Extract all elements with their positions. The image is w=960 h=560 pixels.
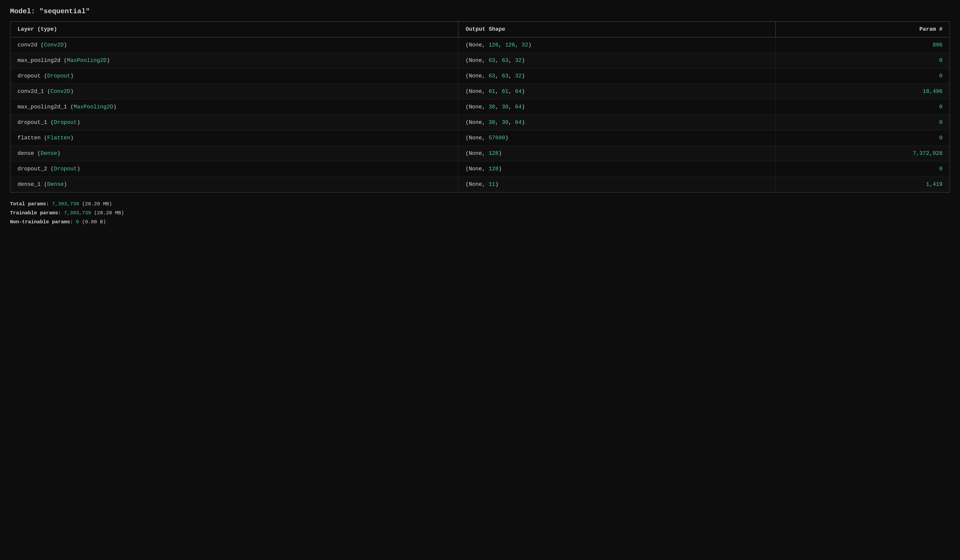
layer-type: MaxPooling2D [67, 57, 107, 64]
shape-none: None [469, 181, 482, 188]
shape-comma: , [482, 42, 488, 48]
layer-name: dropout_2 [18, 166, 47, 172]
shape-comma: , [495, 57, 502, 64]
shape-cell: (None, 63, 63, 32) [458, 69, 776, 84]
table-row: dropout_1 (Dropout)(None, 30, 30, 64)0 [10, 115, 950, 130]
shape-comma: , [509, 88, 515, 95]
shape-num: 30 [488, 104, 495, 110]
trainable-params-label: Trainable params: [10, 210, 64, 216]
shape-cell: (None, 61, 61, 64) [458, 84, 776, 99]
trainable-params-extra: (28.20 MB) [91, 210, 124, 216]
shape-num: 57600 [488, 135, 505, 141]
layer-paren-close: ) [113, 104, 117, 110]
shape-comma: , [482, 166, 488, 172]
param-value: 1,419 [926, 181, 942, 188]
layer-paren: ( [37, 150, 40, 156]
table-row: max_pooling2d_1 (MaxPooling2D)(None, 30,… [10, 99, 950, 115]
shape-none: None [469, 73, 482, 79]
column-header-output-shape: Output Shape [458, 21, 776, 37]
param-cell: 1,419 [776, 177, 950, 193]
layer-type: Dense [47, 181, 64, 188]
shape-cell: (None, 126, 126, 32) [458, 37, 776, 53]
non-trainable-params-label: Non-trainable params: [10, 219, 76, 225]
shape-cell: (None, 30, 30, 64) [458, 115, 776, 130]
shape-close-paren: ) [522, 57, 525, 64]
model-title: Model: "sequential" [10, 8, 950, 15]
shape-comma: , [515, 42, 522, 48]
param-cell: 0 [776, 130, 950, 146]
layer-type: Conv2D [44, 42, 64, 48]
shape-cell: (None, 57600) [458, 130, 776, 146]
layer-cell: conv2d_1 (Conv2D) [10, 84, 458, 99]
table-row: max_pooling2d (MaxPooling2D)(None, 63, 6… [10, 53, 950, 69]
shape-open-paren: ( [466, 166, 469, 172]
shape-close-paren: ) [495, 181, 499, 188]
shape-num: 30 [502, 104, 508, 110]
param-cell: 7,372,928 [776, 146, 950, 161]
layer-cell: max_pooling2d (MaxPooling2D) [10, 53, 458, 69]
total-params-extra: (28.20 MB) [79, 201, 112, 207]
shape-none: None [469, 104, 482, 110]
non-trainable-params-extra: (0.00 B) [79, 219, 106, 225]
layer-name: dropout_1 [18, 120, 47, 126]
shape-cell: (None, 30, 30, 64) [458, 99, 776, 115]
shape-cell: (None, 128) [458, 146, 776, 161]
layer-paren: ( [44, 73, 47, 79]
shape-open-paren: ( [466, 73, 469, 79]
shape-comma: , [509, 120, 515, 126]
non-trainable-params-line: Non-trainable params: 0 (0.00 B) [10, 217, 950, 227]
layer-paren: ( [64, 57, 67, 64]
layer-paren-close: ) [70, 73, 74, 79]
shape-num: 64 [515, 104, 522, 110]
shape-open-paren: ( [466, 120, 469, 126]
shape-comma: , [509, 57, 515, 64]
layer-paren: ( [51, 120, 54, 126]
layer-paren-close: ) [64, 181, 67, 188]
layer-type: Dense [40, 150, 57, 156]
param-value: 0 [939, 57, 942, 64]
layer-name: dense_1 [18, 181, 40, 188]
layer-paren: ( [47, 88, 51, 95]
shape-num: 30 [488, 120, 495, 126]
shape-comma: , [509, 104, 515, 110]
layer-cell: dense (Dense) [10, 146, 458, 161]
shape-open-paren: ( [466, 150, 469, 156]
shape-close-paren: ) [522, 73, 525, 79]
table-row: conv2d_1 (Conv2D)(None, 61, 61, 64)18,49… [10, 84, 950, 99]
shape-comma: , [495, 104, 502, 110]
total-params-label: Total params: [10, 201, 52, 207]
layer-cell: conv2d (Conv2D) [10, 37, 458, 53]
layer-paren: ( [44, 181, 47, 188]
param-cell: 896 [776, 37, 950, 53]
shape-comma: , [482, 88, 488, 95]
shape-num: 64 [515, 120, 522, 126]
layer-cell: flatten (Flatten) [10, 130, 458, 146]
shape-close-paren: ) [522, 88, 525, 95]
shape-close-paren: ) [522, 104, 525, 110]
shape-num: 126 [488, 42, 499, 48]
shape-num: 126 [505, 42, 515, 48]
shape-num: 32 [515, 57, 522, 64]
param-cell: 0 [776, 115, 950, 130]
shape-num: 61 [488, 88, 495, 95]
shape-comma: , [495, 120, 502, 126]
param-cell: 0 [776, 161, 950, 177]
param-cell: 0 [776, 99, 950, 115]
shape-none: None [469, 42, 482, 48]
shape-open-paren: ( [466, 88, 469, 95]
layer-cell: dropout_1 (Dropout) [10, 115, 458, 130]
param-value: 0 [939, 73, 942, 79]
param-value: 0 [939, 166, 942, 172]
shape-none: None [469, 135, 482, 141]
shape-num: 63 [488, 57, 495, 64]
layer-type: MaxPooling2D [74, 104, 113, 110]
shape-num: 63 [502, 73, 508, 79]
model-summary-table: Layer (type) Output Shape Param # conv2d… [10, 21, 950, 193]
shape-none: None [469, 57, 482, 64]
param-value: 0 [939, 120, 942, 126]
shape-num: 32 [515, 73, 522, 79]
layer-cell: dropout (Dropout) [10, 69, 458, 84]
table-row: dropout (Dropout)(None, 63, 63, 32)0 [10, 69, 950, 84]
shape-none: None [469, 120, 482, 126]
layer-name: max_pooling2d [18, 57, 61, 64]
